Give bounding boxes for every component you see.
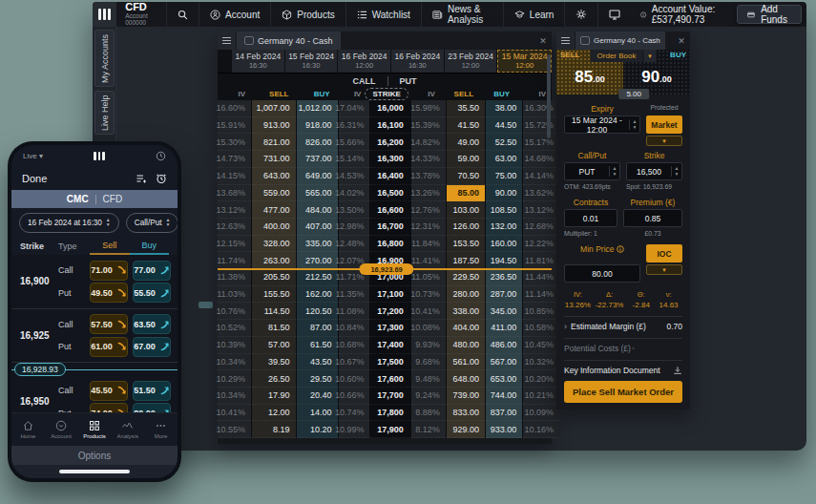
list-add-icon[interactable]: [136, 173, 147, 184]
sell-price-button[interactable]: 49.50: [90, 283, 128, 303]
buy-price-cell[interactable]: 287.00: [486, 286, 522, 304]
nav-account[interactable]: Account: [199, 2, 270, 27]
sell-price-button[interactable]: 45.50: [90, 381, 128, 401]
nav-watchlist[interactable]: Watchlist: [345, 2, 421, 27]
sell-price-cell[interactable]: 187.50: [447, 252, 485, 269]
buy-price-cell[interactable]: 270.00: [297, 252, 338, 269]
callput-select[interactable]: PUT ▲▼: [564, 162, 620, 180]
buy-price-cell[interactable]: 407.00: [297, 219, 338, 236]
expiry-filter-pill[interactable]: 16 Feb 2024 at 16:30▲▼: [19, 213, 119, 233]
expiry-tab[interactable]: 15 Feb 202416:30: [285, 50, 338, 73]
sell-price-cell[interactable]: 49.00: [447, 134, 485, 151]
buy-price-cell[interactable]: 411.00: [486, 320, 522, 337]
call-toggle[interactable]: CALL: [353, 76, 376, 86]
strike-cell[interactable]: 16,600: [370, 201, 409, 219]
buy-price-cell[interactable]: 20.40: [297, 388, 338, 405]
strike-cell[interactable]: 16,400: [370, 168, 409, 185]
buy-price-cell[interactable]: 335.00: [297, 236, 338, 253]
buy-price-cell[interactable]: 1,012.00: [297, 100, 338, 117]
alarm-clock-icon[interactable]: [156, 173, 167, 184]
nav-products[interactable]: Products: [78, 413, 112, 446]
buy-price-cell[interactable]: 162.00: [297, 286, 338, 304]
buy-price-cell[interactable]: 649.00: [297, 168, 338, 185]
chain-scrollbar-thumb[interactable]: [547, 54, 551, 138]
sell-price-button[interactable]: 57.50: [90, 314, 128, 334]
buy-price-cell[interactable]: 44.50: [486, 117, 522, 135]
add-funds-button[interactable]: Add Funds: [737, 5, 802, 24]
strike-cell[interactable]: 17,200: [370, 303, 409, 320]
buy-price-cell[interactable]: 236.50: [486, 269, 522, 286]
tif-button[interactable]: IOC: [646, 244, 682, 262]
contracts-input[interactable]: 0.01: [564, 209, 617, 227]
buy-price-button[interactable]: 63.50: [133, 314, 171, 334]
callput-filter-pill[interactable]: Call/Put▲▼: [126, 213, 178, 233]
sell-price-cell[interactable]: 338.00: [447, 303, 485, 320]
expiry-tab[interactable]: 16 Feb 202416:30: [391, 50, 444, 73]
chain-instrument-tab[interactable]: Germany 40 - Cash: [237, 32, 341, 50]
nav-learn[interactable]: Learn: [503, 2, 565, 27]
strike-cell[interactable]: 16,700: [370, 219, 409, 236]
sell-price-cell[interactable]: 328.00: [252, 236, 296, 253]
segment-cmc[interactable]: CMC: [67, 194, 89, 204]
sell-price-cell[interactable]: 229.50: [447, 269, 485, 286]
strike-cell[interactable]: 17,300: [370, 320, 409, 337]
buy-price-cell[interactable]: 744.00: [486, 388, 522, 405]
sell-price-cell[interactable]: 913.00: [252, 117, 296, 135]
buy-price-cell[interactable]: 918.00: [297, 117, 338, 135]
buy-price-button[interactable]: 67.00: [133, 337, 171, 357]
buy-price-cell[interactable]: 120.50: [297, 303, 338, 320]
premium-input[interactable]: 0.85: [623, 209, 682, 227]
strike-cell[interactable]: 16,500: [370, 185, 409, 202]
platform-segment-control[interactable]: CMC CFD: [11, 190, 178, 208]
buy-price-cell[interactable]: 132.00: [486, 219, 522, 236]
min-price-input[interactable]: 80.00: [564, 264, 640, 283]
buy-price-cell[interactable]: 90.00: [486, 185, 522, 202]
buy-price-cell[interactable]: 933.00: [486, 421, 522, 438]
sell-price-cell[interactable]: 70.50: [447, 168, 485, 185]
side-tab-my-accounts[interactable]: My Accounts: [94, 30, 115, 87]
sell-price-cell[interactable]: 731.00: [252, 151, 296, 168]
strike-cell[interactable]: 17,700: [370, 388, 409, 405]
buy-price-cell[interactable]: 10.20: [297, 421, 338, 438]
buy-price-button[interactable]: 51.50: [133, 381, 171, 401]
close-icon[interactable]: ✕: [673, 32, 690, 50]
expiry-tab[interactable]: 15 Mar 202412:00: [497, 50, 552, 73]
sell-price-cell[interactable]: 821.00: [252, 134, 296, 151]
ticket-instrument-tab[interactable]: Germany 40 - Cash: [575, 32, 665, 50]
buy-price-cell[interactable]: 826.00: [297, 134, 338, 151]
tif-expand-button[interactable]: ▼: [646, 264, 682, 275]
sell-price-cell[interactable]: 263.00: [252, 252, 296, 269]
sell-price-cell[interactable]: 559.00: [252, 185, 296, 202]
sell-price-cell[interactable]: 17.90: [252, 388, 296, 405]
buy-price-cell[interactable]: 194.50: [486, 252, 522, 269]
buy-price-button[interactable]: 77.00: [133, 261, 171, 281]
buy-price-cell[interactable]: 653.00: [486, 370, 522, 388]
buy-price-cell[interactable]: 345.00: [486, 303, 522, 320]
sell-price-cell[interactable]: 205.50: [252, 269, 296, 286]
buy-price-cell[interactable]: 61.50: [297, 337, 338, 354]
sell-price-button[interactable]: 74.00: [90, 403, 128, 412]
strike-cell[interactable]: 17,100: [370, 286, 409, 304]
platform-view-button[interactable]: [597, 2, 631, 27]
sell-header[interactable]: Sell: [90, 237, 130, 255]
nav-more[interactable]: More: [144, 413, 178, 446]
expiry-select[interactable]: 15 Mar 2024 - 12:00 ▲▼: [564, 116, 640, 134]
order-type-expand-button[interactable]: ▼: [646, 136, 682, 146]
live-dropdown[interactable]: Live ▾: [23, 152, 43, 160]
buy-price-button[interactable]: 80.00: [133, 403, 171, 412]
sell-price-cell[interactable]: 39.50: [252, 354, 296, 371]
sell-price-cell[interactable]: 739.00: [447, 388, 485, 405]
search-button[interactable]: [166, 2, 199, 27]
buy-price-cell[interactable]: 837.00: [486, 405, 522, 422]
panel-menu-button[interactable]: [556, 32, 575, 50]
strike-cell[interactable]: 17,800: [370, 405, 409, 422]
download-icon[interactable]: [673, 366, 682, 375]
put-toggle[interactable]: PUT: [400, 76, 417, 86]
sell-price-cell[interactable]: 1,007.00: [252, 100, 296, 117]
history-clock-icon[interactable]: [156, 151, 166, 161]
buy-price-cell[interactable]: 38.00: [486, 100, 522, 117]
buy-header[interactable]: Buy: [130, 237, 170, 255]
nav-account[interactable]: Account: [45, 413, 78, 446]
sell-price-cell[interactable]: 400.00: [252, 219, 296, 236]
sell-price-button[interactable]: 71.00: [90, 261, 128, 281]
